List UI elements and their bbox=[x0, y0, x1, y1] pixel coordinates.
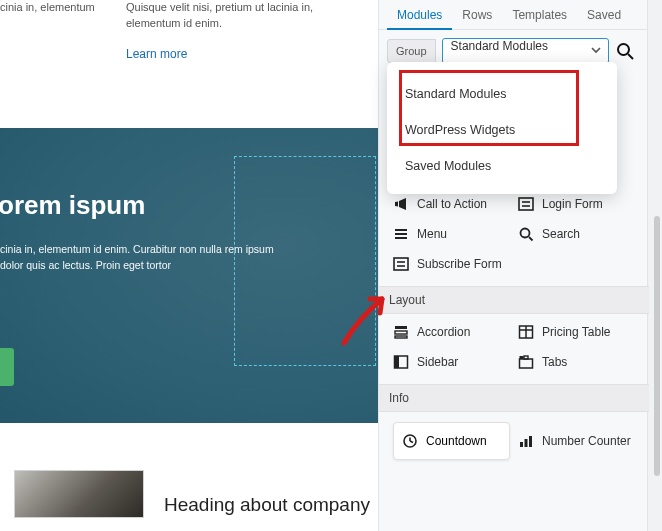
panel-scrollbar[interactable] bbox=[654, 216, 660, 476]
builder-panel: Modules Rows Templates Saved Group Stand… bbox=[378, 0, 662, 531]
form-icon bbox=[393, 256, 409, 272]
search-icon bbox=[518, 226, 534, 242]
table-icon bbox=[518, 324, 534, 340]
svg-point-0 bbox=[618, 44, 629, 55]
module-number-counter[interactable]: Number Counter bbox=[518, 422, 635, 460]
dropdown-option-widgets[interactable]: WordPress Widgets bbox=[387, 112, 617, 148]
tab-saved[interactable]: Saved bbox=[577, 0, 631, 30]
svg-rect-28 bbox=[525, 439, 528, 447]
search-button[interactable] bbox=[615, 41, 637, 61]
group-select-value: Standard Modules bbox=[451, 39, 548, 53]
dropdown-option-standard[interactable]: Standard Modules bbox=[387, 76, 617, 112]
search-icon bbox=[615, 41, 637, 61]
group-dropdown: Standard Modules WordPress Widgets Saved… bbox=[387, 62, 617, 194]
section-heading: Heading about company bbox=[164, 494, 370, 516]
cta-button-edge[interactable] bbox=[0, 348, 14, 386]
page-canvas: cinia in, elementum Quisque velit nisi, … bbox=[0, 0, 378, 531]
module-countdown[interactable]: Countdown bbox=[393, 422, 510, 460]
tab-templates[interactable]: Templates bbox=[502, 0, 577, 30]
module-login-form[interactable]: Login Form bbox=[518, 196, 635, 212]
bars-icon bbox=[518, 433, 534, 449]
image-thumbnail[interactable] bbox=[14, 470, 144, 518]
learn-more-link[interactable]: Learn more bbox=[126, 46, 187, 63]
tabs-icon bbox=[518, 354, 534, 370]
svg-rect-20 bbox=[395, 356, 400, 368]
svg-rect-13 bbox=[395, 326, 407, 329]
svg-rect-10 bbox=[394, 258, 408, 270]
svg-rect-2 bbox=[519, 198, 533, 210]
svg-rect-29 bbox=[529, 436, 532, 447]
module-tabs[interactable]: Tabs bbox=[518, 354, 635, 370]
svg-rect-22 bbox=[520, 356, 524, 359]
module-search[interactable]: Search bbox=[518, 226, 635, 242]
section-info: Info bbox=[379, 384, 649, 412]
panel-tabs: Modules Rows Templates Saved bbox=[379, 0, 647, 30]
svg-point-8 bbox=[521, 229, 530, 238]
module-call-to-action[interactable]: Call to Action bbox=[393, 196, 510, 212]
module-accordion[interactable]: Accordion bbox=[393, 324, 510, 340]
drop-zone[interactable] bbox=[234, 156, 376, 366]
svg-line-1 bbox=[628, 54, 633, 59]
tab-rows[interactable]: Rows bbox=[452, 0, 502, 30]
svg-rect-15 bbox=[395, 336, 407, 338]
megaphone-icon bbox=[393, 196, 409, 212]
column-a-text: cinia in, elementum bbox=[0, 0, 110, 63]
modules-list: Call to Action Login Form Menu Search Su… bbox=[379, 196, 649, 480]
module-subscribe-form[interactable]: Subscribe Form bbox=[393, 256, 635, 272]
svg-line-9 bbox=[529, 237, 533, 241]
svg-rect-14 bbox=[395, 331, 407, 334]
module-sidebar[interactable]: Sidebar bbox=[393, 354, 510, 370]
module-pricing-table[interactable]: Pricing Table bbox=[518, 324, 635, 340]
svg-line-26 bbox=[410, 441, 413, 443]
svg-rect-23 bbox=[524, 356, 528, 359]
sidebar-icon bbox=[393, 354, 409, 370]
dropdown-option-saved[interactable]: Saved Modules bbox=[387, 148, 617, 184]
group-label: Group bbox=[387, 39, 436, 63]
svg-rect-27 bbox=[520, 442, 523, 447]
clock-icon bbox=[402, 433, 418, 449]
accordion-icon bbox=[393, 324, 409, 340]
column-b-text: Quisque velit nisi, pretium ut lacinia i… bbox=[126, 0, 366, 32]
section-layout: Layout bbox=[379, 286, 649, 314]
menu-icon bbox=[393, 226, 409, 242]
module-menu[interactable]: Menu bbox=[393, 226, 510, 242]
group-select[interactable]: Standard Modules bbox=[442, 38, 609, 64]
tab-modules[interactable]: Modules bbox=[387, 0, 452, 30]
svg-rect-21 bbox=[520, 359, 533, 368]
form-icon bbox=[518, 196, 534, 212]
chevron-down-icon bbox=[590, 44, 602, 56]
